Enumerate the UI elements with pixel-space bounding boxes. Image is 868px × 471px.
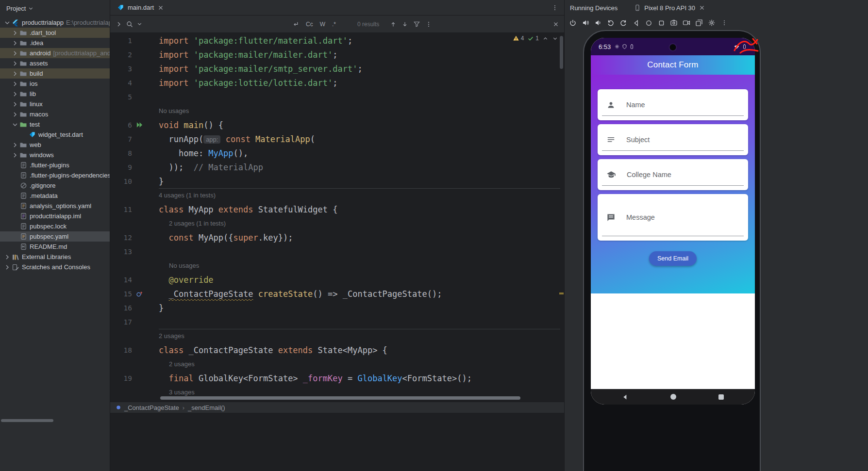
form-field[interactable]: Name xyxy=(598,89,748,120)
tree-item[interactable]: producttrialapp.iml xyxy=(0,211,110,221)
close-search-icon[interactable] xyxy=(552,21,559,28)
chevron-right-icon[interactable] xyxy=(11,80,19,88)
search-input[interactable] xyxy=(149,20,292,28)
tree-item[interactable]: assets xyxy=(0,58,110,68)
tab-pixel-8-pro-api-30[interactable]: Pixel 8 Pro API 30 xyxy=(630,0,709,16)
form-field[interactable]: College Name xyxy=(598,159,748,190)
search-toggle[interactable]: Cc xyxy=(306,21,313,28)
chevron-right-icon[interactable] xyxy=(11,60,19,67)
usage-hint[interactable]: 2 usages xyxy=(110,357,564,371)
back-button[interactable] xyxy=(622,394,628,400)
code-text[interactable]: @override xyxy=(147,275,214,285)
more-options-icon[interactable] xyxy=(425,21,432,28)
tree-item[interactable]: windows xyxy=(0,150,110,160)
more-vert-icon[interactable] xyxy=(719,17,730,28)
code-text[interactable]: } xyxy=(147,303,164,313)
code-text[interactable]: runApp(app: const MaterialApp( xyxy=(147,134,315,144)
override-gutter-icon[interactable] xyxy=(132,291,147,297)
rotate-left-icon[interactable] xyxy=(605,17,616,28)
screenshot-icon[interactable] xyxy=(668,17,679,28)
code-text[interactable]: class MyApp extends StatefulWidget { xyxy=(147,205,338,214)
tab-main-dart[interactable]: main.dart xyxy=(110,0,169,15)
chevron-right-icon[interactable] xyxy=(11,151,19,159)
tree-item[interactable]: web xyxy=(0,140,110,150)
chevron-right-icon[interactable] xyxy=(11,111,19,118)
chevron-right-icon[interactable] xyxy=(3,263,11,271)
tree-item[interactable]: android [producttrialapp_andro xyxy=(0,48,110,58)
tree-item[interactable]: .flutter-plugins-dependencies xyxy=(0,170,110,180)
close-icon[interactable] xyxy=(157,4,164,11)
next-problem-icon[interactable] xyxy=(552,35,558,42)
editor-horizontal-scrollbar[interactable] xyxy=(160,396,520,400)
chevron-right-icon[interactable] xyxy=(11,49,19,57)
snapshot-icon[interactable] xyxy=(694,17,704,28)
chevron-down-icon[interactable] xyxy=(28,5,34,12)
next-occurrence-icon[interactable] xyxy=(401,21,408,28)
tree-item[interactable]: linux xyxy=(0,99,110,109)
code-text[interactable]: )); // MaterialApp xyxy=(147,162,263,172)
tree-item[interactable]: .flutter-plugins xyxy=(0,160,110,170)
tree-item[interactable]: .gitignore xyxy=(0,180,110,191)
code-text[interactable]: _ContactPageState createState() => _Cont… xyxy=(147,289,442,299)
chevron-right-icon[interactable] xyxy=(11,100,19,108)
code-text[interactable]: const MyApp({super.key}); xyxy=(147,233,293,243)
editor-vertical-scrollbar[interactable] xyxy=(560,36,563,69)
passed-summary[interactable]: 1 xyxy=(527,35,539,42)
send-email-button[interactable]: Send Email xyxy=(649,251,697,266)
code-text[interactable]: } xyxy=(147,177,164,186)
expand-replace-icon[interactable] xyxy=(115,20,123,28)
usage-hint[interactable]: No usages xyxy=(110,259,564,273)
tree-item[interactable]: widget_test.dart xyxy=(0,130,110,140)
chevron-right-icon[interactable] xyxy=(11,70,19,78)
tree-root-producttrialapp[interactable]: producttrialapp E:\producttrialap xyxy=(0,17,110,28)
power-icon[interactable] xyxy=(568,17,578,28)
volume-down-icon[interactable] xyxy=(593,17,603,28)
screen-record-icon[interactable] xyxy=(681,17,692,28)
code-text[interactable]: class _ContactPageState extends State<My… xyxy=(147,345,387,355)
usage-hint[interactable]: No usages xyxy=(110,104,564,118)
usage-hint[interactable]: 2 usages xyxy=(110,329,564,343)
search-toggle[interactable] xyxy=(292,20,299,28)
chevron-down-icon[interactable] xyxy=(11,121,19,129)
chevron-right-icon[interactable] xyxy=(3,253,11,261)
breadcrumb-method[interactable]: _sendEmail() xyxy=(188,404,225,411)
inspections-widget[interactable]: 4 1 xyxy=(513,35,558,42)
nav-recents-icon[interactable] xyxy=(656,17,667,28)
code-text[interactable]: import 'package:mailer/smtp_server.dart'… xyxy=(147,64,363,74)
chevron-down-icon[interactable] xyxy=(3,19,11,27)
breadcrumb-class[interactable]: _ContactPageState xyxy=(124,404,179,411)
tree-item[interactable]: pubspec.lock xyxy=(0,221,110,231)
previous-occurrence-icon[interactable] xyxy=(390,21,397,28)
project-horizontal-scrollbar[interactable] xyxy=(1,419,53,422)
code-text[interactable]: import 'package:flutter/material.dart'; xyxy=(147,36,352,46)
warning-stripe-mark[interactable] xyxy=(559,292,564,294)
search-toggle[interactable]: .* xyxy=(332,21,336,28)
project-panel-header[interactable]: Project xyxy=(0,0,110,16)
device-screen[interactable]: 6:53 Contact Form xyxy=(591,38,755,405)
rotate-right-icon[interactable] xyxy=(618,17,629,28)
settings-icon[interactable] xyxy=(706,17,717,28)
recents-button[interactable] xyxy=(718,394,724,400)
search-toggle[interactable]: W xyxy=(320,21,325,28)
nav-home-icon[interactable] xyxy=(643,17,654,28)
code-text[interactable]: final GlobalKey<FormState> _formKey = Gl… xyxy=(147,374,472,383)
search-history-icon[interactable] xyxy=(136,21,143,27)
tree-item[interactable]: macos xyxy=(0,109,110,119)
search-icon[interactable] xyxy=(126,20,134,28)
chevron-right-icon[interactable] xyxy=(11,29,19,37)
nav-back-icon[interactable] xyxy=(631,17,641,28)
tree-item[interactable]: pubspec.yaml xyxy=(0,231,110,242)
tree-item[interactable]: Scratches and Consoles xyxy=(0,262,110,272)
tree-item[interactable]: ios xyxy=(0,79,110,89)
code-text[interactable]: void main() { xyxy=(147,120,223,130)
form-field[interactable]: Message xyxy=(598,194,748,241)
form-field[interactable]: Subject xyxy=(598,124,748,155)
tree-item[interactable]: .metadata xyxy=(0,191,110,201)
code-text[interactable]: home: MyApp(), xyxy=(147,148,248,158)
volume-up-icon[interactable] xyxy=(580,17,591,28)
chevron-right-icon[interactable] xyxy=(11,90,19,98)
close-icon[interactable] xyxy=(699,4,705,11)
tree-item[interactable]: .idea xyxy=(0,38,110,48)
code-text[interactable]: import 'package:mailer/mailer.dart'; xyxy=(147,50,337,60)
previous-problem-icon[interactable] xyxy=(542,35,549,42)
